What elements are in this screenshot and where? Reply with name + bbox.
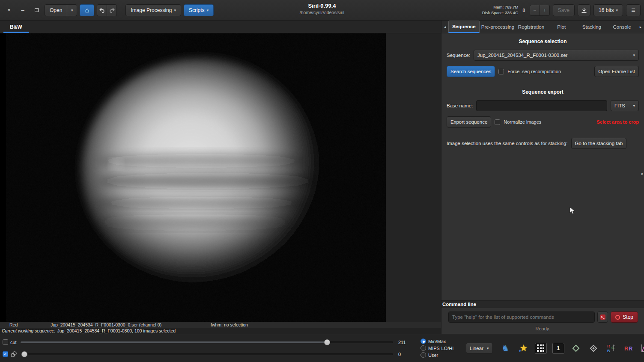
channel-split-button[interactable]: R R [622,341,635,355]
image-canvas-area [0,33,441,322]
open-recent-dropdown[interactable]: ▾ [67,4,77,16]
stop-button[interactable]: Stop [611,312,638,323]
hamburger-menu-icon: ≡ [631,6,635,14]
layers-edit-button[interactable] [587,341,600,355]
slider-trough [21,353,393,355]
tab-pre-processing-label: Pre-processing [481,24,514,30]
low-threshold-value: 0 [398,352,412,357]
sequence-selection-heading: Sequence selection [447,39,639,45]
scale-mode-dropdown[interactable]: Linear ▾ [466,343,493,353]
close-button[interactable]: × [3,5,15,16]
chain-link-icon[interactable] [10,351,17,358]
slider-fill [21,341,327,343]
home-button[interactable]: ⌂ [80,4,94,16]
tab-plot[interactable]: Plot [546,21,577,33]
save-button-label: Save [558,7,569,13]
fwhm-label: fwhm: no selection [211,322,248,327]
search-sequences-button[interactable]: Search sequences [447,66,495,77]
radio-mips[interactable]: MIPS-LO/HI [420,345,462,351]
open-frame-list-button[interactable]: Open Frame List [594,66,639,77]
histogram-button[interactable] [639,341,644,355]
radio-minmax-label: Min/Max [428,339,446,344]
channel-tabstrip: B&W [0,21,441,33]
tab-stacking[interactable]: Stacking [577,21,607,33]
astrometry-button[interactable]: ♞ [499,341,513,355]
export-format-dropdown[interactable]: FITS ▾ [611,100,639,111]
radio-mips-control [420,345,426,351]
grid-view-button[interactable] [534,341,548,355]
chevron-down-icon: ▾ [207,8,209,12]
display-controls-bar: cut 211 ✓ [0,334,644,362]
frame-decrement-button[interactable]: − [530,5,540,16]
disk-space-label: Disk Space: 336.4G [482,10,519,16]
chevron-down-icon: ▾ [616,8,618,12]
redo-button[interactable] [107,4,117,16]
tab-pre-processing[interactable]: Pre-processing [480,21,516,33]
radio-user[interactable]: User [420,352,462,358]
high-threshold-slider[interactable] [21,339,393,345]
save-button[interactable]: Save [553,4,575,16]
radio-minmax-control [420,338,426,344]
link-checkbox[interactable]: ✓ [3,351,8,357]
open-button[interactable]: Open [45,4,67,16]
chevron-down-icon: ▾ [487,346,489,350]
siril-window: × – Open ▾ ⌂ Image Processing ▾ Scripts … [0,0,644,362]
sequence-dropdown-value: Jup_200415_204534_R_F0001-0300.ser [477,53,567,58]
high-threshold-value: 211 [398,340,412,345]
force-seq-recomputation-label: Force .seq recomputation [507,69,561,74]
command-list-button[interactable] [597,312,608,323]
image-display[interactable] [0,33,386,322]
tab-bw[interactable]: B&W [3,22,29,33]
low-threshold-slider[interactable] [21,351,393,357]
layers-button[interactable] [569,341,583,355]
command-line-heading: Command line [441,300,644,308]
scripts-menu-button[interactable]: Scripts ▾ [184,4,214,16]
maximize-icon [35,8,39,12]
bit-depth-dropdown[interactable]: 16 bits ▾ [593,4,623,16]
photometry-button[interactable] [516,341,530,355]
image-processing-menu-button[interactable]: Image Processing ▾ [125,4,181,16]
tab-console-label: Console [613,24,631,30]
grid-icon [535,343,547,354]
tab-sequence[interactable]: Sequence [448,21,480,33]
normalize-images-checkbox[interactable] [495,119,500,125]
tabs-scroll-right-button[interactable]: ▸ [637,21,644,33]
check-icon: ✓ [3,352,7,356]
home-icon: ⌂ [85,6,89,14]
radio-user-control [420,352,426,358]
radio-mips-label: MIPS-LO/HI [428,346,453,351]
tab-registration-label: Registration [518,24,544,30]
working-sequence-value: Jup_200415_204534_R_F0001-0300, 100 imag… [57,328,176,333]
tabs-scroll-left-button[interactable]: ◂ [441,21,448,33]
radio-minmax[interactable]: Min/Max [420,338,462,344]
frame-increment-button[interactable]: + [540,5,550,16]
export-sequence-button[interactable]: Export sequence [447,116,491,128]
maximize-button[interactable] [31,5,42,16]
low-slider-handle[interactable] [21,351,27,357]
go-to-stacking-tab-button[interactable]: Go to the stacking tab [571,138,627,149]
tab-registration[interactable]: Registration [516,21,546,33]
save-as-button[interactable] [578,4,590,16]
high-slider-handle[interactable] [324,339,330,345]
single-frame-button[interactable]: 1 [552,341,565,355]
command-line-input[interactable] [448,312,595,323]
base-name-input[interactable] [476,100,607,111]
tab-console[interactable]: Console [607,21,637,33]
save-as-icon [581,7,587,13]
minimize-button[interactable]: – [17,5,28,16]
diamond-stack-icon [589,344,598,353]
hamburger-menu-button[interactable]: ≡ [626,4,641,16]
undo-button[interactable] [97,4,107,16]
image-workspace: B&W [0,21,441,334]
rgb-letters-icon: R G B [606,344,616,353]
panel-expand-handle[interactable]: ▸ [641,171,644,176]
force-seq-recomputation-checkbox[interactable] [498,69,504,74]
chevron-right-icon: ▸ [641,171,644,176]
svg-text:B: B [607,349,610,353]
image-statusbar: Red Jup_200415_204534_R_F0001-0300_0.ser… [0,322,441,328]
rgb-align-button[interactable]: R G B [604,341,618,355]
tab-plot-label: Plot [557,24,566,30]
cut-checkbox[interactable] [3,339,8,345]
sequence-dropdown[interactable]: Jup_200415_204534_R_F0001-0300.ser ▾ [474,50,639,61]
sequence-tab-content: Sequence selection Sequence: Jup_200415_… [441,33,644,300]
